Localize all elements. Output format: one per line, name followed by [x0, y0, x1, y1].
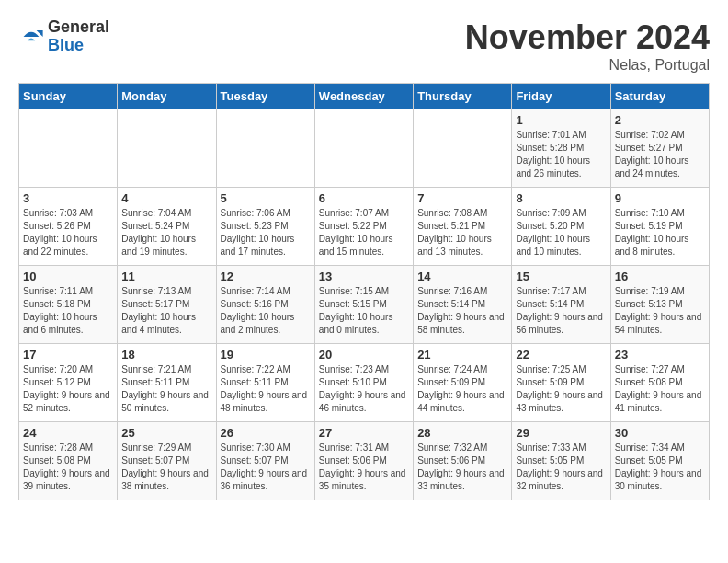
calendar-cell: 24Sunrise: 7:28 AMSunset: 5:08 PMDayligh… — [19, 422, 118, 500]
logo-icon — [18, 24, 44, 50]
calendar-cell: 25Sunrise: 7:29 AMSunset: 5:07 PMDayligh… — [118, 422, 216, 500]
calendar-cell: 8Sunrise: 7:09 AMSunset: 5:20 PMDaylight… — [512, 188, 610, 266]
calendar-cell: 1Sunrise: 7:01 AMSunset: 5:28 PMDaylight… — [512, 109, 610, 188]
day-info: Sunrise: 7:29 AMSunset: 5:07 PMDaylight:… — [121, 442, 211, 493]
calendar-cell — [118, 109, 216, 188]
calendar-cell: 16Sunrise: 7:19 AMSunset: 5:13 PMDayligh… — [610, 266, 709, 344]
calendar-cell: 13Sunrise: 7:15 AMSunset: 5:15 PMDayligh… — [314, 266, 413, 344]
day-info: Sunrise: 7:31 AMSunset: 5:06 PMDaylight:… — [319, 442, 409, 493]
calendar-header-row: Sunday Monday Tuesday Wednesday Thursday… — [19, 84, 710, 109]
page-header: General Blue November 2024 Nelas, Portug… — [18, 18, 710, 74]
header-monday: Monday — [118, 84, 216, 109]
day-info: Sunrise: 7:17 AMSunset: 5:14 PMDaylight:… — [516, 285, 606, 337]
day-info: Sunrise: 7:13 AMSunset: 5:17 PMDaylight:… — [121, 285, 211, 337]
day-number: 12 — [221, 270, 311, 283]
day-number: 4 — [121, 191, 211, 205]
calendar-cell: 19Sunrise: 7:22 AMSunset: 5:11 PMDayligh… — [216, 344, 314, 422]
header-saturday: Saturday — [610, 84, 709, 109]
logo-text: General Blue — [48, 18, 109, 55]
logo-blue: Blue — [48, 37, 109, 55]
calendar-cell: 14Sunrise: 7:16 AMSunset: 5:14 PMDayligh… — [414, 266, 512, 344]
calendar-cell: 3Sunrise: 7:03 AMSunset: 5:26 PMDaylight… — [19, 188, 118, 266]
day-number: 9 — [615, 191, 705, 205]
day-info: Sunrise: 7:07 AMSunset: 5:22 PMDaylight:… — [319, 207, 409, 259]
day-info: Sunrise: 7:02 AMSunset: 5:27 PMDaylight:… — [615, 129, 705, 180]
calendar-cell: 7Sunrise: 7:08 AMSunset: 5:21 PMDaylight… — [414, 188, 512, 266]
calendar-cell: 5Sunrise: 7:06 AMSunset: 5:23 PMDaylight… — [216, 188, 314, 266]
calendar-week-1: 3Sunrise: 7:03 AMSunset: 5:26 PMDaylight… — [19, 188, 710, 266]
day-info: Sunrise: 7:06 AMSunset: 5:23 PMDaylight:… — [221, 207, 311, 259]
day-info: Sunrise: 7:15 AMSunset: 5:15 PMDaylight:… — [319, 285, 409, 337]
calendar-cell — [19, 109, 118, 188]
title-section: November 2024 Nelas, Portugal — [465, 18, 710, 74]
day-info: Sunrise: 7:30 AMSunset: 5:07 PMDaylight:… — [221, 442, 311, 493]
header-thursday: Thursday — [414, 84, 512, 109]
day-info: Sunrise: 7:14 AMSunset: 5:16 PMDaylight:… — [221, 285, 311, 337]
day-info: Sunrise: 7:34 AMSunset: 5:05 PMDaylight:… — [615, 442, 705, 493]
day-number: 10 — [23, 270, 113, 283]
day-info: Sunrise: 7:10 AMSunset: 5:19 PMDaylight:… — [615, 207, 705, 259]
calendar-cell: 18Sunrise: 7:21 AMSunset: 5:11 PMDayligh… — [118, 344, 216, 422]
calendar-cell: 6Sunrise: 7:07 AMSunset: 5:22 PMDaylight… — [314, 188, 413, 266]
day-info: Sunrise: 7:16 AMSunset: 5:14 PMDaylight:… — [417, 285, 507, 337]
day-info: Sunrise: 7:20 AMSunset: 5:12 PMDaylight:… — [23, 363, 113, 415]
day-number: 26 — [221, 426, 311, 440]
day-info: Sunrise: 7:27 AMSunset: 5:08 PMDaylight:… — [615, 363, 705, 415]
calendar-week-3: 17Sunrise: 7:20 AMSunset: 5:12 PMDayligh… — [19, 344, 710, 422]
calendar-cell: 20Sunrise: 7:23 AMSunset: 5:10 PMDayligh… — [314, 344, 413, 422]
day-number: 2 — [615, 113, 705, 127]
day-info: Sunrise: 7:32 AMSunset: 5:06 PMDaylight:… — [417, 442, 507, 493]
day-number: 24 — [23, 426, 113, 440]
day-number: 21 — [417, 348, 507, 362]
location: Nelas, Portugal — [465, 57, 710, 74]
day-number: 20 — [319, 348, 409, 362]
calendar-cell: 12Sunrise: 7:14 AMSunset: 5:16 PMDayligh… — [216, 266, 314, 344]
day-number: 7 — [417, 191, 507, 205]
day-number: 29 — [516, 426, 606, 440]
header-friday: Friday — [512, 84, 610, 109]
day-number: 28 — [417, 426, 507, 440]
calendar-cell: 15Sunrise: 7:17 AMSunset: 5:14 PMDayligh… — [512, 266, 610, 344]
header-sunday: Sunday — [19, 84, 118, 109]
day-info: Sunrise: 7:23 AMSunset: 5:10 PMDaylight:… — [319, 363, 409, 415]
day-number: 15 — [516, 270, 606, 283]
day-info: Sunrise: 7:03 AMSunset: 5:26 PMDaylight:… — [23, 207, 113, 259]
header-tuesday: Tuesday — [216, 84, 314, 109]
day-info: Sunrise: 7:28 AMSunset: 5:08 PMDaylight:… — [23, 442, 113, 493]
day-info: Sunrise: 7:19 AMSunset: 5:13 PMDaylight:… — [615, 285, 705, 337]
day-number: 17 — [23, 348, 113, 362]
calendar-cell: 10Sunrise: 7:11 AMSunset: 5:18 PMDayligh… — [19, 266, 118, 344]
calendar-cell: 21Sunrise: 7:24 AMSunset: 5:09 PMDayligh… — [414, 344, 512, 422]
month-title: November 2024 — [465, 18, 710, 57]
day-number: 25 — [121, 426, 211, 440]
calendar-week-4: 24Sunrise: 7:28 AMSunset: 5:08 PMDayligh… — [19, 422, 710, 500]
calendar-cell: 9Sunrise: 7:10 AMSunset: 5:19 PMDaylight… — [610, 188, 709, 266]
calendar-cell — [314, 109, 413, 188]
day-number: 27 — [319, 426, 409, 440]
day-number: 3 — [23, 191, 113, 205]
calendar-cell: 27Sunrise: 7:31 AMSunset: 5:06 PMDayligh… — [314, 422, 413, 500]
day-number: 30 — [615, 426, 705, 440]
calendar-cell — [216, 109, 314, 188]
calendar-week-0: 1Sunrise: 7:01 AMSunset: 5:28 PMDaylight… — [19, 109, 710, 188]
day-info: Sunrise: 7:09 AMSunset: 5:20 PMDaylight:… — [516, 207, 606, 259]
logo: General Blue — [18, 18, 109, 55]
day-number: 14 — [417, 270, 507, 283]
day-number: 11 — [121, 270, 211, 283]
calendar-cell — [414, 109, 512, 188]
calendar-cell: 17Sunrise: 7:20 AMSunset: 5:12 PMDayligh… — [19, 344, 118, 422]
day-info: Sunrise: 7:11 AMSunset: 5:18 PMDaylight:… — [23, 285, 113, 337]
day-number: 6 — [319, 191, 409, 205]
calendar-cell: 2Sunrise: 7:02 AMSunset: 5:27 PMDaylight… — [610, 109, 709, 188]
day-info: Sunrise: 7:04 AMSunset: 5:24 PMDaylight:… — [121, 207, 211, 259]
day-info: Sunrise: 7:01 AMSunset: 5:28 PMDaylight:… — [516, 129, 606, 180]
day-number: 16 — [615, 270, 705, 283]
calendar-cell: 30Sunrise: 7:34 AMSunset: 5:05 PMDayligh… — [610, 422, 709, 500]
calendar-cell: 23Sunrise: 7:27 AMSunset: 5:08 PMDayligh… — [610, 344, 709, 422]
calendar-week-2: 10Sunrise: 7:11 AMSunset: 5:18 PMDayligh… — [19, 266, 710, 344]
calendar-cell: 29Sunrise: 7:33 AMSunset: 5:05 PMDayligh… — [512, 422, 610, 500]
header-wednesday: Wednesday — [314, 84, 413, 109]
calendar-cell: 11Sunrise: 7:13 AMSunset: 5:17 PMDayligh… — [118, 266, 216, 344]
calendar-cell: 28Sunrise: 7:32 AMSunset: 5:06 PMDayligh… — [414, 422, 512, 500]
day-info: Sunrise: 7:33 AMSunset: 5:05 PMDaylight:… — [516, 442, 606, 493]
